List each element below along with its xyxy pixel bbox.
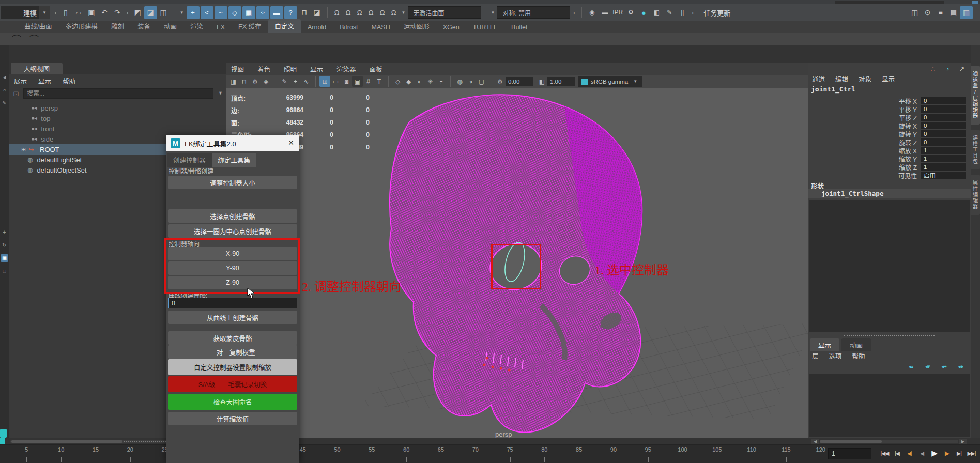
shelf-tab[interactable]: 渲染 [183,19,210,33]
shelf-tab[interactable]: Bullet [504,22,534,33]
shelf-tab[interactable]: 多边形建模 [58,19,104,33]
shelf-item-1[interactable]: ⌒ [11,34,22,44]
channel-row[interactable]: 平移 Z 0 [808,113,971,121]
symmetry-caret-icon[interactable]: ▼ [491,10,495,15]
viewport-menu-item[interactable]: 着色 [257,64,270,74]
shelf-tab[interactable]: 动画 [157,19,183,33]
shelf-tab[interactable]: FX 缓存 [232,19,268,33]
grid-icon[interactable]: ⊞ [319,76,330,87]
modeling-toolkit-icon[interactable]: ◫ [908,6,921,19]
shelf-tab[interactable]: XGen [436,22,466,33]
selection-mask-icon[interactable]: ◪ [311,6,324,19]
magnet-center-icon[interactable]: Ω [365,6,377,19]
layer-menu-item[interactable]: 选项 [829,351,842,361]
bone-count-input[interactable] [168,298,297,308]
play-backwards-button[interactable]: ◀ [917,447,927,459]
channel-row[interactable]: 旋转 X 0 [808,121,971,130]
channel-row[interactable]: 平移 X 0 [808,97,971,105]
menu-set-dropdown[interactable]: 建模 [1,6,39,19]
sidebar-vertical-tab[interactable]: 通道盒/层编辑器 [971,66,980,125]
layer-add-icon[interactable]: ◂+ [939,362,949,371]
channel-menu-item[interactable]: 对象 [859,74,871,84]
channel-row[interactable]: 缩放 X 1 [808,146,971,155]
ipr-render-icon[interactable]: IPR [611,6,624,19]
graph-icon[interactable]: ↗ [957,64,967,73]
hypershade-icon[interactable]: ◧ [650,6,663,19]
render-frame-icon[interactable]: ▬ [599,6,611,19]
snap-curve-icon[interactable]: < [201,6,213,19]
expand-icon[interactable]: ⊞ [21,146,28,153]
channel-menu-item[interactable]: 通道 [812,74,825,84]
group-collapse-handle[interactable]: › [573,9,575,17]
bookmark-icon[interactable]: ◈ [261,76,271,87]
channel-menu-item[interactable]: 编辑 [835,74,848,84]
shelf-tab[interactable]: Arnold [301,22,333,33]
lights-icon[interactable]: ☀ [425,76,436,87]
step-back-frame-button[interactable]: |◀ [892,447,902,459]
xray-icon[interactable]: ◍ [454,76,465,87]
channel-box-scrollbar[interactable]: ◀ ▶ [811,439,967,444]
snap-grid-icon[interactable]: + [187,6,200,19]
paint-vertex-icon[interactable]: ✎ [279,76,290,87]
resolution-gate-icon[interactable]: ◙ [341,76,352,87]
rotate-tool-icon[interactable]: ↻ [1,241,8,249]
current-frame-field[interactable] [828,448,871,459]
outliner-camera-item[interactable]: ■◄ persp [9,103,226,113]
group-collapse-handle[interactable]: › [692,9,694,17]
make-live-icon[interactable]: ⁘ [256,6,269,19]
outliner-camera-item[interactable]: ■◄ top [9,113,226,124]
safe-title-icon[interactable]: T [374,76,385,87]
group-collapse-handle[interactable]: › [54,9,56,17]
play-forward-button[interactable]: ▶ [929,447,939,459]
snap-center-icon[interactable]: ◇ [228,6,241,19]
new-scene-icon[interactable]: ▯ [59,6,72,19]
dialog-tab[interactable]: 绑定工具集 [212,153,257,167]
layer-add-selected-icon[interactable]: ◂● [955,362,966,371]
group-collapse-handle[interactable]: › [126,9,128,17]
magnet-curve-icon[interactable]: Ω [343,6,354,19]
layer-editor-tab[interactable]: 显示 [810,338,839,351]
layout-single-icon[interactable]: □ [1,267,8,275]
layer-menu-item[interactable]: 层 [812,351,819,361]
channel-row[interactable]: 旋转 Y 0 [808,130,971,138]
magnet-live-icon[interactable]: Ω [388,6,400,19]
paint-select-tool-icon[interactable]: ✎ [1,99,8,107]
clapper-icon[interactable]: ▬ [270,6,283,19]
outliner-search-input[interactable] [23,88,213,99]
magnet-point-icon[interactable]: Ω [354,6,365,19]
exposure-icon[interactable]: ⚙ [495,76,506,87]
panel-camera-icon[interactable]: ◨ [228,76,239,87]
field-chart-icon[interactable]: # [363,76,374,87]
magnet-caret-icon[interactable]: ▼ [402,10,406,15]
gain-field[interactable]: 1.00 [547,77,575,86]
channel-menu-item[interactable]: 显示 [882,74,895,84]
create-bone-from-ring-button[interactable]: 选择一圈为中心点创建骨骼 [168,224,297,238]
shelf-tab[interactable]: 运动图形 [397,19,436,33]
backface-icon[interactable]: ◑ [465,76,476,87]
snap-viewplane-icon[interactable]: ▦ [242,6,255,19]
camera-settings-icon[interactable]: ⚙ [250,76,261,87]
shelf-tab[interactable]: 雕刻 [104,19,131,33]
viewport-menu-item[interactable]: 面板 [370,64,382,74]
select-component-icon[interactable]: ◫ [157,6,170,19]
scroll-left-icon[interactable]: ◀ [811,439,819,444]
shelf-tab[interactable]: 曲线/曲面 [18,19,58,33]
shadows-icon[interactable]: ◓ [436,76,447,87]
go-to-end-button[interactable]: ▶▶| [967,447,976,459]
create-bone-from-point-button[interactable]: 选择点创建骨骼 [168,209,297,223]
redo-icon[interactable]: ↷ [111,6,124,19]
anim-cycle-icon[interactable]: ◔ [943,64,952,73]
layer-down-icon[interactable]: ◂▾ [922,362,932,371]
sidebar-vertical-tab[interactable]: 建模工具包 [971,130,980,170]
layer-up-icon[interactable]: ◂▴ [906,362,916,371]
corner-badge-icon[interactable] [0,429,7,438]
outliner-caret-icon[interactable]: ▼ [218,90,223,96]
attribute-editor-icon[interactable]: ▤ [947,6,960,19]
toon-icon[interactable]: ● [637,6,650,19]
layer-editor-tab[interactable]: 动画 [841,338,871,351]
input-output-icon[interactable]: ∴ [928,64,938,73]
character-controls-icon[interactable]: ⊙ [921,6,934,19]
shelf-tab[interactable]: 装备 [131,19,157,33]
adjust-controller-size-button[interactable]: 调整控制器大小 [168,176,297,189]
pause-icon[interactable]: || [676,6,689,19]
